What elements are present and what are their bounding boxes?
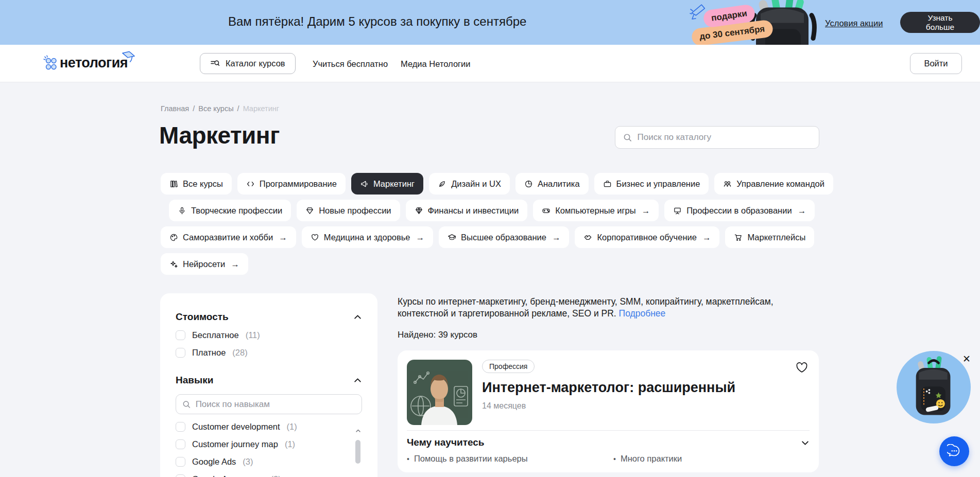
checkbox[interactable] (176, 474, 185, 477)
category-chips: Все курсы Программирование Маркетинг Диз… (161, 173, 830, 280)
filter-option-count: (1) (285, 439, 295, 449)
checkbox[interactable] (176, 348, 185, 358)
category-chip-team-management[interactable]: Управление командой (714, 173, 833, 195)
site-header: нетология Каталог курсов Учиться бесплат… (0, 45, 980, 82)
page-title: Маркетинг (159, 121, 280, 149)
category-chip-finance[interactable]: Финансы и инвестиции (406, 200, 528, 221)
nav-link-media[interactable]: Медиа Нетологии (401, 59, 471, 69)
chip-label: Маркетинг (373, 179, 415, 189)
category-chip-neural-networks[interactable]: Нейросети → (161, 253, 248, 275)
logo-graduation-cap-icon (121, 50, 136, 64)
chat-button[interactable] (939, 436, 969, 466)
category-chip-all-courses[interactable]: Все курсы (161, 173, 232, 195)
category-chip-design-ux[interactable]: Дизайн и UX (429, 173, 510, 195)
microphone-icon (178, 206, 186, 215)
megaphone-icon (360, 180, 369, 188)
category-chip-marketing[interactable]: Маркетинг (351, 173, 423, 195)
arrow-right-icon: → (416, 233, 425, 242)
chip-label: Все курсы (183, 179, 223, 189)
category-chip-new-professions[interactable]: Новые профессии (297, 200, 400, 221)
breadcrumb-all-courses[interactable]: Все курсы (198, 104, 233, 113)
chip-label: Медицина и здоровье (324, 233, 410, 242)
breadcrumb-home[interactable]: Главная (161, 104, 189, 113)
catalog-search-box[interactable] (615, 126, 819, 149)
chevron-up-icon[interactable] (353, 313, 362, 322)
cost-filter-header[interactable]: Стоимость (176, 311, 362, 323)
filter-option-google-ads[interactable]: Google Ads (3) (176, 457, 351, 467)
chip-label: Саморазвитие и хобби (183, 233, 273, 242)
category-chip-marketplaces[interactable]: Маркетплейсы (725, 226, 814, 248)
login-button[interactable]: Войти (910, 53, 962, 74)
skills-filter-header[interactable]: Навыки (176, 375, 362, 386)
chip-label: Дизайн и UX (451, 179, 501, 189)
learn-section-header[interactable]: Чему научитесь (407, 437, 810, 448)
category-chip-corporate[interactable]: Корпоративное обучение → (575, 226, 719, 248)
scrollbar-thumb[interactable] (355, 440, 360, 464)
catalog-search-input[interactable] (638, 132, 811, 143)
course-card[interactable]: Профессия Интернет-маркетолог: расширенн… (398, 350, 819, 472)
filter-option-count: (2) (270, 474, 281, 477)
scroll-up-icon[interactable] (355, 428, 361, 434)
search-icon (623, 133, 632, 143)
presentation-icon (673, 206, 682, 215)
catalog-search-icon (210, 59, 220, 68)
filter-option-paid[interactable]: Платное (28) (176, 348, 362, 358)
more-link[interactable]: Подробнее (619, 308, 666, 319)
category-chip-analytics[interactable]: Аналитика (515, 173, 589, 195)
skills-scrollbar[interactable] (355, 428, 361, 477)
skills-search-input[interactable] (196, 399, 355, 410)
netology-logo[interactable]: нетология (43, 55, 128, 72)
breadcrumb-separator: / (237, 104, 239, 113)
chip-label: Высшее образование (461, 233, 546, 242)
nav-link-free-learning[interactable]: Учиться бесплатно (313, 59, 388, 69)
promo-widget-circle[interactable] (897, 351, 971, 423)
chip-label: Программирование (260, 179, 337, 189)
promo-terms-link[interactable]: Условия акции (825, 19, 883, 28)
chip-label: Компьютерные игры (555, 206, 635, 216)
cost-filter-title: Стоимость (176, 311, 229, 323)
filter-option-count: (11) (246, 330, 260, 340)
learn-items: Помощь в развитии карьеры Много практики (407, 454, 682, 464)
chip-label: Управление командой (736, 179, 824, 189)
promo-floating-widget: ✕ (897, 351, 971, 423)
promo-cta-button[interactable]: Узнать больше (900, 12, 980, 33)
category-chip-education-professions[interactable]: Профессии в образовании → (664, 200, 815, 221)
category-chip-creative[interactable]: Творческие профессии (169, 200, 291, 221)
learn-section-title: Чему научитесь (407, 437, 485, 448)
gem-icon (415, 206, 423, 215)
category-chip-self-development[interactable]: Саморазвитие и хобби → (161, 226, 296, 248)
checkbox[interactable] (176, 422, 185, 432)
category-chip-computer-games[interactable]: Компьютерные игры → (533, 200, 659, 221)
catalog-button-label: Каталог курсов (226, 59, 285, 68)
catalog-button[interactable]: Каталог курсов (200, 53, 296, 74)
chevron-down-icon[interactable] (801, 438, 810, 447)
results-count: Найдено: 39 курсов (398, 330, 477, 340)
checkbox[interactable] (176, 330, 185, 340)
page: Вам пятёрка! Дарим 5 курсов за покупку в… (0, 0, 980, 477)
arrow-right-icon: → (642, 206, 650, 216)
filter-option-google-analytics[interactable]: Google Аналитика (2) (176, 474, 351, 477)
breadcrumb-current: Маркетинг (243, 104, 280, 113)
category-chip-programming[interactable]: Программирование (237, 173, 346, 195)
favorite-heart-button[interactable] (795, 361, 809, 374)
checkbox[interactable] (176, 457, 185, 467)
close-icon[interactable]: ✕ (962, 354, 971, 364)
filter-option-customer-journey-map[interactable]: Customer journey map (1) (176, 439, 351, 449)
filter-option-customer-development[interactable]: Customer development (1) (176, 422, 351, 432)
category-chip-medicine[interactable]: Медицина и здоровье → (302, 226, 433, 248)
breadcrumb: Главная / Все курсы / Маркетинг (161, 104, 279, 113)
chevron-up-icon[interactable] (353, 376, 362, 385)
promo-banner: Вам пятёрка! Дарим 5 курсов за покупку в… (0, 0, 980, 45)
filter-option-free[interactable]: Бесплатное (11) (176, 330, 362, 340)
arrow-right-icon: → (279, 233, 287, 242)
pie-chart-icon (524, 180, 533, 188)
filter-option-label: Платное (192, 348, 226, 358)
filter-option-label: Customer development (192, 422, 280, 432)
checkbox[interactable] (176, 439, 185, 449)
arrow-right-icon: → (702, 233, 711, 242)
category-chip-business[interactable]: Бизнес и управление (594, 173, 709, 195)
course-title: Интернет-маркетолог: расширенный (482, 380, 735, 396)
skills-search-box[interactable] (176, 394, 362, 414)
course-info: Профессия Интернет-маркетолог: расширенн… (482, 360, 735, 425)
category-chip-higher-education[interactable]: Высшее образование → (439, 226, 569, 248)
